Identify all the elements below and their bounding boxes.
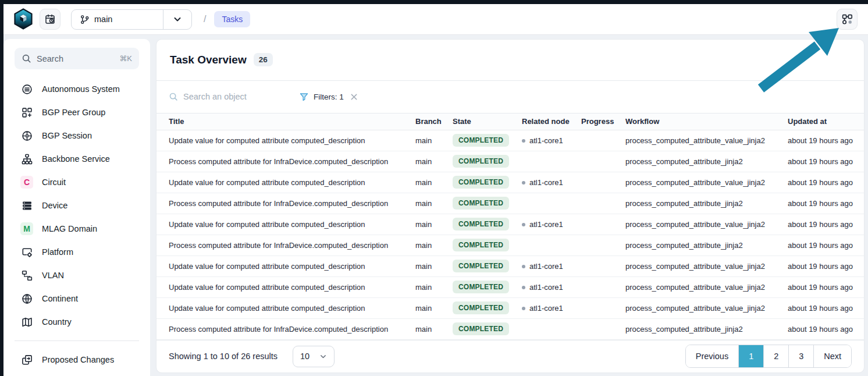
object-search-input[interactable] <box>183 92 276 101</box>
node-dot-icon <box>522 286 525 289</box>
object-search[interactable] <box>169 92 288 101</box>
table-row[interactable]: Process computed attribute for InfraDevi… <box>156 319 864 340</box>
sidebar-item-mlag-domain[interactable]: M MLAG Domain <box>3 217 150 240</box>
sidebar-item-object-management[interactable]: Object Management <box>3 371 150 376</box>
status-badge: COMPLETED <box>453 239 509 251</box>
task-state: COMPLETED <box>453 260 522 272</box>
previous-page-button[interactable]: Previous <box>686 345 738 367</box>
sidebar-item-country[interactable]: Country <box>3 310 150 334</box>
table-row[interactable]: Process computed attribute for InfraDevi… <box>156 151 864 172</box>
task-title: Process computed attribute for InfraDevi… <box>169 157 415 166</box>
column-header: Title <box>169 117 415 126</box>
column-header: Progress <box>581 117 625 126</box>
globe-icon <box>20 293 33 304</box>
page-background: Search ⌘K Autonomous System BGP Peer Gro… <box>3 35 868 376</box>
status-badge: COMPLETED <box>453 281 509 293</box>
chevron-down-icon[interactable] <box>163 15 191 24</box>
task-related-node: atl1-core1 <box>522 136 581 145</box>
sidebar-item-circuit[interactable]: C Circuit <box>3 171 150 194</box>
sidebar-item-label: MLAG Domain <box>42 224 97 233</box>
task-branch: main <box>415 199 453 208</box>
sidebar-search[interactable]: Search ⌘K <box>15 48 139 69</box>
status-badge: COMPLETED <box>453 155 509 168</box>
node-dot-icon <box>522 181 525 185</box>
node-dot-icon <box>522 139 525 143</box>
sidebar-item-continent[interactable]: Continent <box>3 287 150 310</box>
clear-filters-icon[interactable] <box>350 93 358 101</box>
page-size-select[interactable]: 10 <box>293 346 335 367</box>
task-state: COMPLETED <box>453 301 522 314</box>
table-row[interactable]: Update value for computed attribute comp… <box>156 256 864 277</box>
task-branch: main <box>415 178 453 187</box>
node-dot-icon <box>522 265 525 268</box>
column-header: Related node <box>522 117 581 126</box>
schema-visualizer-button[interactable] <box>837 9 858 30</box>
task-workflow: process_computed_attribute_jinja2 <box>625 241 788 250</box>
task-workflow: process_computed_attribute_value_jinja2 <box>625 220 788 229</box>
top-bar: main / Tasks <box>3 4 868 35</box>
task-branch: main <box>415 304 453 313</box>
task-related-node: atl1-core1 <box>522 283 581 292</box>
task-state: COMPLETED <box>453 218 522 230</box>
task-count-badge: 26 <box>254 53 273 66</box>
sidebar-item-bgp-peer-group[interactable]: BGP Peer Group <box>3 101 150 124</box>
status-badge: COMPLETED <box>453 176 509 189</box>
table-row[interactable]: Update value for computed attribute comp… <box>156 298 864 319</box>
task-branch: main <box>415 241 453 250</box>
sidebar-item-proposed-changes[interactable]: Proposed Changes <box>3 348 150 371</box>
results-summary: Showing 1 to 10 of 26 results <box>169 352 278 361</box>
circle-lines-icon <box>20 84 33 95</box>
task-state: COMPLETED <box>453 322 522 335</box>
branch-selector[interactable]: main <box>71 9 192 30</box>
page-button-1[interactable]: 1 <box>738 345 763 367</box>
sitemap-icon <box>20 154 33 165</box>
date-time-button[interactable] <box>40 9 61 30</box>
sidebar-item-backbone-service[interactable]: Backbone Service <box>3 147 150 171</box>
table-row[interactable]: Update value for computed attribute comp… <box>156 172 864 193</box>
table-row[interactable]: Update value for computed attribute comp… <box>156 214 864 235</box>
letter-badge-c: C <box>20 176 33 189</box>
sidebar-item-label: Country <box>42 317 72 327</box>
sidebar-item-label: VLAN <box>42 271 64 280</box>
divider <box>15 340 139 341</box>
network-icon <box>20 270 33 281</box>
status-badge: COMPLETED <box>453 260 509 272</box>
table-body: Update value for computed attribute comp… <box>156 130 864 340</box>
sidebar-item-vlan[interactable]: VLAN <box>3 264 150 287</box>
table-row[interactable]: Update value for computed attribute comp… <box>156 277 864 298</box>
task-state: COMPLETED <box>453 176 522 189</box>
task-title: Update value for computed attribute comp… <box>169 283 415 292</box>
sidebar-item-platform[interactable]: Platform <box>3 240 150 264</box>
task-updated-at: about 19 hours ago <box>788 262 864 271</box>
breadcrumb-tasks[interactable]: Tasks <box>214 11 250 27</box>
card-footer: Showing 1 to 10 of 26 results 10 Previou… <box>156 340 864 373</box>
table-row[interactable]: Process computed attribute for InfraDevi… <box>156 235 864 256</box>
status-badge: COMPLETED <box>453 301 509 314</box>
sidebar-item-bgp-session[interactable]: BGP Session <box>3 124 150 147</box>
sidebar-item-label: Circuit <box>42 178 66 187</box>
page-button-3[interactable]: 3 <box>788 345 813 367</box>
filter-funnel-icon <box>300 93 308 101</box>
sidebar-item-label: BGP Peer Group <box>42 108 105 117</box>
table-toolbar: Filters: 1 <box>156 81 864 113</box>
task-state: COMPLETED <box>453 281 522 293</box>
task-branch: main <box>415 262 453 271</box>
next-page-button[interactable]: Next <box>813 345 851 367</box>
task-workflow: process_computed_attribute_jinja2 <box>625 157 788 166</box>
column-header: Branch <box>415 117 453 126</box>
app-logo-icon[interactable] <box>13 8 34 31</box>
table-row[interactable]: Update value for computed attribute comp… <box>156 130 864 151</box>
task-branch: main <box>415 136 453 145</box>
task-state: COMPLETED <box>453 239 522 251</box>
task-branch: main <box>415 283 453 292</box>
sidebar-item-autonomous-system[interactable]: Autonomous System <box>3 77 150 101</box>
page-button-2[interactable]: 2 <box>763 345 788 367</box>
task-related-node: atl1-core1 <box>522 178 581 187</box>
page-size-value: 10 <box>300 352 310 361</box>
page-title: Task Overview <box>170 54 247 66</box>
filters-button[interactable]: Filters: 1 <box>300 93 358 101</box>
task-overview-card: Task Overview 26 Filters: 1 <box>156 39 865 373</box>
sidebar-item-device[interactable]: Device <box>3 194 150 217</box>
table-row[interactable]: Process computed attribute for InfraDevi… <box>156 193 864 214</box>
keyboard-shortcut: ⌘K <box>119 54 132 63</box>
